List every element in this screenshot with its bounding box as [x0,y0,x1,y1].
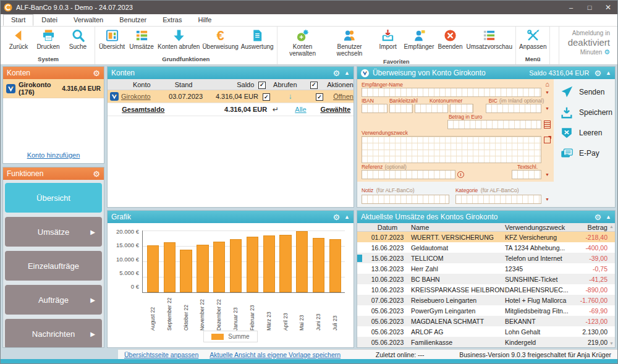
iban-input-4[interactable] [450,104,473,113]
transfer-button[interactable]: € Überweisung [201,28,239,51]
transaction-row[interactable]: 15.06.2023TELLICOMTelefon und Internet-3… [357,253,615,263]
sidebar-accounts-gear-icon[interactable]: ⚙ [93,69,100,77]
category-dropdown-icon[interactable]: ▼ [543,197,551,201]
textkey-input[interactable] [512,170,541,179]
transaction-row[interactable]: 16.06.2023GeldautomatTA 1234 Abhebung...… [357,242,615,253]
chart-bar [147,245,159,292]
report-button[interactable]: Auswertung [240,28,275,51]
reference-input[interactable] [362,170,455,179]
transaction-row[interactable]: 13.06.2023Herr Zahl12345-0,75 [357,263,615,274]
transaction-row[interactable]: 10.06.2023BC BAHNSUNSHINE-Ticket-41,25 [357,274,615,284]
reference-hint: (optional) [384,164,515,170]
recipients-button[interactable]: Empfänger [403,28,436,51]
epay-button[interactable]: E-Pay [560,146,612,160]
overview-button[interactable]: Übersicht [97,28,127,51]
transfer-panel-collapse-icon[interactable]: ▲ [606,70,611,76]
transaction-row[interactable]: 05.06.2023FamilienkasseKindergeld219,00 [357,337,615,347]
switch-user-button[interactable]: Benutzer wechseln [326,28,373,57]
saldo-row-checkbox[interactable] [263,93,270,101]
bic-dropdown-icon[interactable]: ▼ [543,106,551,111]
transactions-panel-collapse-icon[interactable]: ▲ [606,214,611,220]
account-name: Girokonto (176) [19,81,59,96]
scroll-down-icon[interactable]: ▼ [609,341,614,345]
account-table-row[interactable]: Girokonto 03.07.2023 4.316,04 EUR ↓ Öffn… [108,90,353,103]
function-button-uebersicht[interactable]: Übersicht [5,183,102,213]
transfer-body: Empfänger-Name⌂ ▼ IBAN Bankleitzahl Kont… [357,79,615,207]
search-button[interactable]: Suche [63,28,93,51]
function-button-auftraege[interactable]: Aufträge▶ [5,285,102,315]
recipient-name-input[interactable] [362,88,541,97]
account-list-item[interactable]: Girokonto (176) 4.316,04 EUR [3,79,104,98]
amount-input[interactable] [447,120,541,129]
transactions-scrollbar[interactable]: ▲▼ [609,224,614,345]
print-button[interactable]: Drucken [33,28,63,51]
save-button[interactable]: Speichern [560,106,612,119]
function-button-nachrichten[interactable]: Nachrichten▶ [5,319,102,348]
bic-input[interactable] [486,104,541,113]
account-row-link[interactable]: Girokonto [121,93,151,100]
menu-datei[interactable]: Datei [33,14,66,26]
transaction-row[interactable]: 01.07.2023WUERTT. VERSICHERUNGKFZ Versic… [357,232,615,242]
calculator-icon[interactable] [544,121,551,129]
minimize-button[interactable]: – [562,1,580,14]
back-button[interactable]: Zurück [4,28,33,51]
save-template-link[interactable]: Aktuelle Ansicht als eigene Vorlage spei… [210,351,341,358]
transactions-preview-button[interactable]: Umsatzvorschau [465,28,514,51]
info-icon[interactable]: i [457,171,464,178]
menu-extras[interactable]: Extras [154,14,190,26]
accounts-panel-gear-icon[interactable]: ⚙ [332,69,340,77]
textkey-dropdown-icon[interactable]: ▼ [543,172,551,177]
expand-icon[interactable] [544,137,551,143]
menu-start[interactable]: Start [3,14,33,26]
customize-button[interactable]: Anpassen [518,28,548,51]
accounts-panel-collapse-icon[interactable]: ▲ [344,70,350,76]
sidebar-functions-gear-icon[interactable]: ⚙ [93,170,100,178]
function-button-umsaetze[interactable]: Umsätze▶ [5,217,102,247]
menu-benutzer[interactable]: Benutzer [111,14,154,26]
iban-input-1[interactable] [362,104,387,113]
fetch-selected-link[interactable]: Gewählte [320,106,350,113]
group-label-system: System [4,55,93,64]
customize-overview-link[interactable]: Übersichtsseite anpassen [124,351,198,358]
transactions-panel-gear-icon[interactable]: ⚙ [594,213,601,221]
iban-input-3[interactable] [415,104,448,113]
transaction-date: 01.07.2023 [364,234,411,241]
manage-accounts-button[interactable]: Konten verwalten [279,28,326,57]
transactions-button[interactable]: Umsätze [127,28,156,51]
transaction-name: Reisebuero Leingarten [411,297,505,304]
chart-panel-gear-icon[interactable]: ⚙ [332,213,340,221]
transaction-row[interactable]: 10.06.2023KREISSPARKASSE HEILBRONNDARLEH… [357,284,615,295]
abrufen-row-checkbox[interactable] [316,93,323,101]
saldo-header-checkbox[interactable] [258,82,266,89]
fetch-accounts-button[interactable]: Konten abrufen [156,28,201,51]
transaction-row[interactable]: 05.06.2023ARLOF AGLohn Gehalt2.130,00 [357,326,615,337]
chart-panel-collapse-icon[interactable]: ▲ [344,214,350,220]
clear-button[interactable]: Leeren [560,126,612,140]
logout-settings-gear-icon[interactable]: ⚙ [604,48,610,56]
note-input[interactable] [362,195,449,204]
quit-button[interactable]: Beenden [436,28,465,51]
scroll-up-icon[interactable]: ▲ [609,224,614,229]
category-input[interactable] [455,195,541,204]
menu-hilfe[interactable]: Hilfe [190,14,219,26]
function-button-einzelauftraege[interactable]: Einzelaufträge [5,251,102,281]
import-button[interactable]: Import [373,28,403,51]
recipient-dropdown-icon[interactable]: ▼ [543,90,551,95]
send-button[interactable]: Senden [560,85,612,99]
add-account-link[interactable]: Konto hinzufügen [3,151,104,163]
purpose-textarea[interactable] [362,136,541,163]
transfer-panel-gear-icon[interactable]: ⚙ [594,69,601,77]
abrufen-header-checkbox[interactable] [310,82,318,89]
open-account-link[interactable]: Öffnen [333,93,353,100]
iban-input-2[interactable] [389,104,413,113]
maximize-button[interactable]: □ [580,1,599,14]
fetch-row-arrow-icon[interactable]: ↓ [288,92,292,101]
transaction-row[interactable]: 05.06.2023MAGDALENA SCHMATTBEKANNT-123,0… [357,316,615,326]
transaction-row[interactable]: 05.06.2023PowerGym LeingartenMitgliedsbe… [357,305,615,316]
menu-verwalten[interactable]: Verwalten [66,14,111,26]
close-button[interactable]: ✕ [599,1,617,14]
transaction-row[interactable]: 07.06.2023Reisebuero LeingartenHotel + F… [357,295,615,305]
send-label: Senden [579,88,604,96]
fetch-all-link[interactable]: Alle [295,106,306,113]
home-icon[interactable]: ⌂ [543,81,551,88]
